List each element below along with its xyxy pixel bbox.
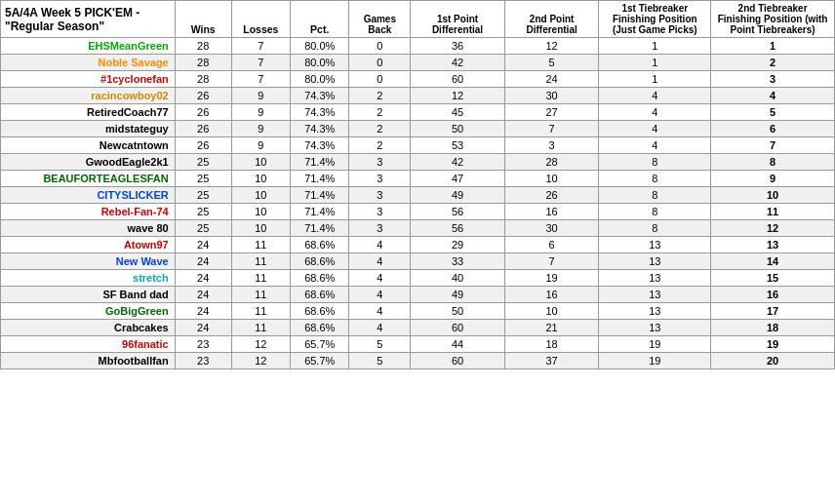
pt1-cell: 50 xyxy=(411,303,505,320)
table-row: Rebel-Fan-74 25 10 71.4% 3 56 16 8 11 xyxy=(1,204,835,220)
player-name: stretch xyxy=(1,270,176,287)
tb1-cell: 4 xyxy=(599,88,711,104)
tb2-cell: 2 xyxy=(711,55,835,71)
tb1-cell: 1 xyxy=(599,38,711,55)
losses-cell: 10 xyxy=(231,187,290,204)
player-name: Newcatntown xyxy=(1,137,176,154)
losses-cell: 9 xyxy=(231,88,290,104)
pct-cell: 74.3% xyxy=(291,121,349,137)
tb1-cell: 8 xyxy=(599,220,711,237)
tb1-cell: 19 xyxy=(599,353,711,369)
player-name: wave 80 xyxy=(1,220,176,237)
pt1-cell: 29 xyxy=(411,237,505,253)
pt1-cell: 47 xyxy=(411,171,505,187)
player-name: BEAUFORTEAGLESFAN xyxy=(1,171,176,187)
player-name: Noble Savage xyxy=(1,55,176,71)
gb-cell: 4 xyxy=(349,303,411,320)
losses-cell: 11 xyxy=(231,320,290,336)
player-name: EHSMeanGreen xyxy=(1,38,176,55)
wins-cell: 26 xyxy=(175,88,231,104)
tb2-cell: 10 xyxy=(711,187,835,204)
tb2-cell: 18 xyxy=(711,320,835,336)
gb-cell: 3 xyxy=(349,204,411,220)
pt2-cell: 5 xyxy=(504,55,599,71)
pt2-cell: 30 xyxy=(504,220,599,237)
tb1-cell: 1 xyxy=(599,71,711,88)
pct-cell: 74.3% xyxy=(291,137,349,154)
wins-cell: 28 xyxy=(175,38,231,55)
col-header-tb2: 2nd Tiebreaker Finishing Position (with … xyxy=(711,1,835,38)
pt1-cell: 33 xyxy=(411,253,505,270)
pt2-cell: 18 xyxy=(504,336,599,353)
tb1-cell: 4 xyxy=(599,121,711,137)
tb1-cell: 8 xyxy=(599,154,711,171)
tb1-cell: 13 xyxy=(599,287,711,303)
wins-cell: 26 xyxy=(175,121,231,137)
table-row: 96fanatic 23 12 65.7% 5 44 18 19 19 xyxy=(1,336,835,353)
player-name: RetiredCoach77 xyxy=(1,104,176,121)
pt1-cell: 44 xyxy=(411,336,505,353)
pt2-cell: 16 xyxy=(504,204,599,220)
table-row: midstateguy 26 9 74.3% 2 50 7 4 6 xyxy=(1,121,835,137)
gb-cell: 5 xyxy=(349,353,411,369)
tb1-cell: 13 xyxy=(599,237,711,253)
gb-cell: 5 xyxy=(349,336,411,353)
col-header-pt2: 2nd Point Differential xyxy=(504,1,599,38)
tb1-cell: 13 xyxy=(599,303,711,320)
pt1-cell: 56 xyxy=(411,204,505,220)
table-row: racincowboy02 26 9 74.3% 2 12 30 4 4 xyxy=(1,88,835,104)
pt2-cell: 24 xyxy=(504,71,599,88)
tb1-cell: 8 xyxy=(599,204,711,220)
pt1-cell: 49 xyxy=(411,287,505,303)
wins-cell: 24 xyxy=(175,287,231,303)
table-title: 5A/4A Week 5 PICK'EM - "Regular Season" xyxy=(1,1,176,38)
player-name: #1cyclonefan xyxy=(1,71,176,88)
table-row: RetiredCoach77 26 9 74.3% 2 45 27 4 5 xyxy=(1,104,835,121)
wins-cell: 26 xyxy=(175,104,231,121)
table-row: wave 80 25 10 71.4% 3 56 30 8 12 xyxy=(1,220,835,237)
wins-cell: 23 xyxy=(175,353,231,369)
losses-cell: 10 xyxy=(231,204,290,220)
losses-cell: 11 xyxy=(231,287,290,303)
col-header-pt1: 1st Point Differential xyxy=(411,1,505,38)
pt2-cell: 16 xyxy=(504,287,599,303)
pct-cell: 74.3% xyxy=(291,104,349,121)
pct-cell: 68.6% xyxy=(291,270,349,287)
pt2-cell: 10 xyxy=(504,303,599,320)
pt1-cell: 36 xyxy=(411,38,505,55)
pct-cell: 80.0% xyxy=(291,71,349,88)
wins-cell: 25 xyxy=(175,220,231,237)
tb2-cell: 12 xyxy=(711,220,835,237)
player-name: Rebel-Fan-74 xyxy=(1,204,176,220)
pt2-cell: 6 xyxy=(504,237,599,253)
tb2-cell: 17 xyxy=(711,303,835,320)
pct-cell: 71.4% xyxy=(291,187,349,204)
tb2-cell: 16 xyxy=(711,287,835,303)
pct-cell: 68.6% xyxy=(291,287,349,303)
losses-cell: 12 xyxy=(231,353,290,369)
pct-cell: 74.3% xyxy=(291,88,349,104)
col-header-gb: Games Back xyxy=(349,1,411,38)
tb2-cell: 11 xyxy=(711,204,835,220)
table-row: #1cyclonefan 28 7 80.0% 0 60 24 1 3 xyxy=(1,71,835,88)
table-row: GoBigGreen 24 11 68.6% 4 50 10 13 17 xyxy=(1,303,835,320)
player-name: New Wave xyxy=(1,253,176,270)
gb-cell: 0 xyxy=(349,71,411,88)
losses-cell: 12 xyxy=(231,336,290,353)
gb-cell: 4 xyxy=(349,270,411,287)
losses-cell: 11 xyxy=(231,303,290,320)
pct-cell: 80.0% xyxy=(291,38,349,55)
player-name: SF Band dad xyxy=(1,287,176,303)
wins-cell: 25 xyxy=(175,204,231,220)
pct-cell: 65.7% xyxy=(291,336,349,353)
player-name: midstateguy xyxy=(1,121,176,137)
table-row: SF Band dad 24 11 68.6% 4 49 16 13 16 xyxy=(1,287,835,303)
pct-cell: 65.7% xyxy=(291,353,349,369)
pt1-cell: 42 xyxy=(411,55,505,71)
col-header-pct: Pct. xyxy=(291,1,349,38)
pt2-cell: 28 xyxy=(504,154,599,171)
player-name: Crabcakes xyxy=(1,320,176,336)
tb1-cell: 4 xyxy=(599,104,711,121)
pt2-cell: 21 xyxy=(504,320,599,336)
pt2-cell: 19 xyxy=(504,270,599,287)
